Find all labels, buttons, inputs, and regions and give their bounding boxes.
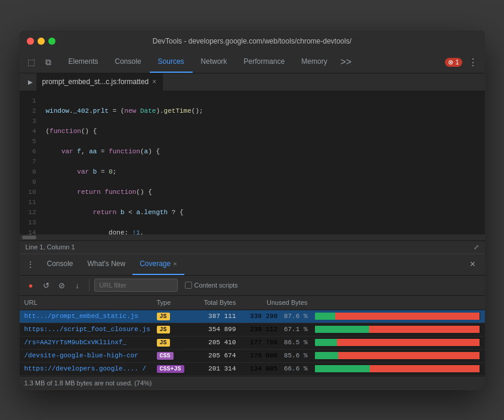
code-content[interactable]: window._402.prlt = (new Date).getTime();…: [41, 91, 485, 234]
bottom-panel: ⋮ Console What's New Coverage × × ● ↺ ⊘ …: [20, 254, 485, 390]
reload-button[interactable]: ↺: [40, 279, 53, 292]
main-nav-tabs: Elements Console Sources Network Perform…: [60, 52, 446, 73]
file-tab-active[interactable]: prompt_embed_st...c.js:formatted ×: [36, 73, 163, 91]
bar-unused: [338, 352, 480, 359]
type-badge: CSS+JS: [157, 365, 184, 373]
status-bar: Line 1, Column 1 ⤢: [20, 240, 485, 254]
col-header-unused: Unused Bytes: [243, 299, 315, 306]
row-bar: [315, 365, 485, 372]
type-badge: CSS: [157, 352, 174, 360]
tab-memory[interactable]: Memory: [293, 52, 335, 73]
scrollbar-row: [20, 234, 485, 240]
close-button[interactable]: [27, 38, 34, 45]
export-button[interactable]: ↓: [71, 279, 84, 292]
table-row[interactable]: htt.../prompt_embed_static.js JS 387 111…: [20, 310, 485, 323]
row-bar: [315, 352, 485, 359]
tab-sources[interactable]: Sources: [150, 52, 193, 73]
row-bar: [315, 326, 485, 333]
code-editor: 1 2 3 4 5 6 7 8 9 10 11 12 13 14 15 16 w…: [20, 91, 485, 234]
bar-used: [315, 313, 335, 320]
col-header-type: Type: [157, 299, 196, 306]
maximize-button[interactable]: [48, 38, 55, 45]
bar-unused: [370, 365, 480, 372]
row-url: https:.../script_foot_closure.js: [20, 326, 157, 333]
table-row[interactable]: /devsite-google-blue-high-cor CSS 205 67…: [20, 350, 485, 363]
content-scripts-checkbox[interactable]: [185, 282, 192, 289]
row-unused: 177 780 86.5 %: [243, 339, 315, 346]
tab-performance[interactable]: Performance: [236, 52, 293, 73]
row-unused: 134 005 66.6 %: [243, 365, 315, 372]
file-tab-name: prompt_embed_st...c.js:formatted: [42, 78, 149, 86]
row-bar: [315, 313, 485, 320]
table-row[interactable]: https:.../script_foot_closure.js JS 354 …: [20, 323, 485, 336]
file-tab-close[interactable]: ×: [152, 78, 156, 86]
toolbar-divider: [89, 279, 89, 291]
row-url: /devsite-google-blue-high-cor: [20, 352, 157, 359]
tab-network[interactable]: Network: [193, 52, 236, 73]
tab-console[interactable]: Console: [107, 52, 150, 73]
error-badge: ⊗ 1: [445, 58, 462, 67]
tab-console-bottom[interactable]: Console: [40, 254, 81, 275]
bar-unused: [335, 313, 480, 320]
bar-used: [315, 352, 339, 359]
coverage-tab-close[interactable]: ×: [173, 260, 177, 267]
content-scripts-checkbox-group: Content scripts: [185, 282, 238, 289]
row-unused: 238 112 67.1 %: [243, 326, 315, 333]
panel-nav-icon[interactable]: ▶: [24, 76, 36, 88]
error-icon: ⊗: [448, 58, 453, 66]
row-bar: [315, 339, 485, 346]
type-badge: JS: [157, 313, 170, 320]
coverage-summary: 1.3 MB of 1.8 MB bytes are not used. (74…: [24, 379, 152, 387]
main-toolbar: ⬚ ⧉ Elements Console Sources Network Per…: [20, 52, 485, 73]
row-url: htt.../prompt_embed_static.js: [20, 313, 157, 320]
line-numbers: 1 2 3 4 5 6 7 8 9 10 11 12 13 14 15 16: [20, 91, 41, 234]
device-icon[interactable]: ⧉: [41, 55, 55, 69]
toolbar-icons: ⬚ ⧉: [24, 55, 55, 69]
col-header-total: Total Bytes: [196, 299, 243, 306]
coverage-table: htt.../prompt_embed_static.js JS 387 111…: [20, 310, 485, 376]
row-url: /rs=AA2YrTsM9ubCxVKl1inxf_: [20, 339, 157, 346]
tab-coverage[interactable]: Coverage ×: [132, 254, 184, 275]
file-tab-bar: ▶ prompt_embed_st...c.js:formatted ×: [20, 73, 485, 91]
tab-whats-new[interactable]: What's New: [81, 254, 133, 275]
bar-used: [315, 326, 369, 333]
bar-used: [315, 365, 370, 372]
table-row[interactable]: /rs=AA2YrTsM9ubCxVKl1inxf_ JS 205 410 17…: [20, 336, 485, 350]
inspect-icon[interactable]: ⬚: [24, 55, 39, 69]
type-badge: JS: [157, 326, 170, 333]
row-unused: 339 298 87.6 %: [243, 313, 315, 320]
row-unused: 176 000 85.6 %: [243, 352, 315, 359]
row-type: JS: [157, 339, 196, 347]
row-type: CSS+JS: [157, 365, 196, 373]
toolbar-right: ⊗ 1 ⋮: [445, 55, 480, 69]
more-tabs-icon[interactable]: >>: [336, 52, 357, 73]
bar-unused: [337, 339, 480, 346]
table-row[interactable]: https://developers.google.... / CSS+JS 2…: [20, 363, 485, 376]
panel-menu-icon[interactable]: ⋮: [24, 258, 36, 270]
cursor-position: Line 1, Column 1: [26, 243, 75, 251]
minimize-button[interactable]: [38, 38, 45, 45]
devtools-window: DevTools - developers.google.com/web/too…: [20, 30, 485, 390]
row-total: 205 410: [196, 339, 243, 346]
url-filter-input[interactable]: [94, 279, 178, 292]
coverage-toolbar: ● ↺ ⊘ ↓ Content scripts: [20, 276, 485, 296]
record-button[interactable]: ●: [24, 279, 38, 292]
expand-icon[interactable]: ⤢: [474, 243, 479, 251]
row-total: 201 314: [196, 365, 243, 372]
col-header-url: URL: [20, 299, 157, 306]
row-total: 387 111: [196, 313, 243, 320]
panel-tabs: ⋮ Console What's New Coverage × ×: [20, 254, 485, 276]
scrollbar-thumb[interactable]: [22, 236, 36, 239]
row-type: CSS: [157, 352, 196, 360]
row-url: https://developers.google.... /: [20, 365, 157, 372]
settings-icon[interactable]: ⋮: [466, 55, 480, 69]
row-type: JS: [157, 326, 196, 333]
tab-elements[interactable]: Elements: [60, 52, 107, 73]
row-total: 205 674: [196, 352, 243, 359]
error-count: 1: [455, 58, 459, 66]
panel-close-button[interactable]: ×: [466, 257, 480, 271]
traffic-lights: [27, 38, 55, 45]
clear-button[interactable]: ⊘: [55, 279, 69, 292]
titlebar: DevTools - developers.google.com/web/too…: [20, 30, 485, 52]
content-scripts-label: Content scripts: [194, 282, 238, 289]
